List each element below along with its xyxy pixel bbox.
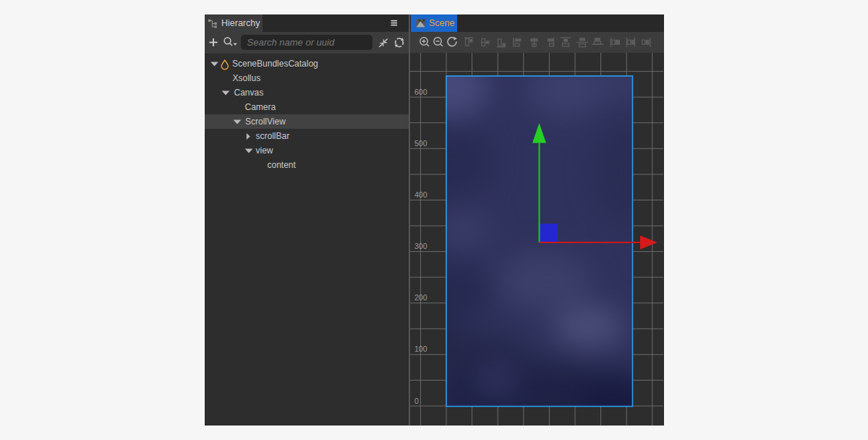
svg-text:100: 100	[414, 344, 427, 353]
svg-text:0: 0	[414, 397, 419, 405]
svg-text:300: 300	[414, 242, 427, 250]
svg-text:600: 600	[414, 88, 427, 96]
svg-text:200: 200	[414, 293, 427, 302]
svg-text:400: 400	[414, 190, 427, 199]
svg-text:500: 500	[414, 139, 427, 148]
